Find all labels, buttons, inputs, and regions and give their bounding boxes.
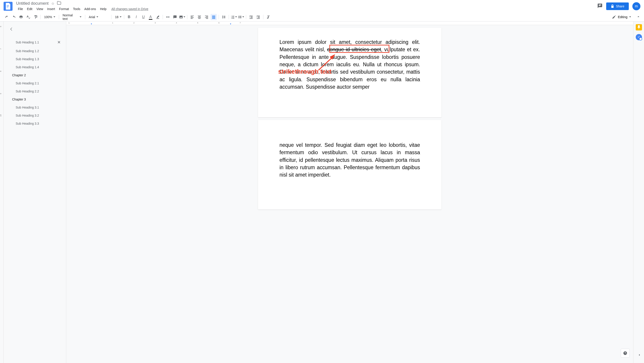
outline-item[interactable]: Sub Heading 1.1 ✕	[4, 38, 66, 47]
document-text[interactable]: Lorem ipsum dolor sit amet, consectetur …	[280, 38, 420, 91]
redo-button[interactable]	[11, 14, 17, 20]
explore-button[interactable]	[621, 349, 630, 358]
svg-rect-0	[7, 5, 9, 6]
link-button[interactable]	[165, 14, 171, 20]
svg-point-5	[238, 18, 239, 18]
svg-rect-1	[7, 6, 9, 6]
align-left-button[interactable]	[189, 14, 195, 20]
page[interactable]: neque vel tempor. Sed feugiat diam eget …	[258, 120, 442, 210]
svg-point-3	[238, 16, 239, 16]
menu-file[interactable]: File	[16, 6, 25, 12]
numbered-list-button[interactable]	[231, 14, 237, 20]
collapse-toolbar-button[interactable]	[636, 14, 640, 20]
menu-addons[interactable]: Add-ons	[82, 6, 98, 12]
outline-item[interactable]: Sub Heading 1.2	[4, 47, 66, 55]
italic-button[interactable]: I	[133, 14, 140, 20]
outline-item[interactable]: Sub Heading 3.1	[4, 104, 66, 112]
outline-item[interactable]: Chapter 2	[4, 71, 66, 79]
outline-item[interactable]: Sub Heading 2.1	[4, 79, 66, 87]
document-title[interactable]: Untitled document	[16, 1, 48, 6]
svg-rect-2	[7, 7, 8, 8]
horizontal-ruler[interactable]: 1 ▼ 1 2 3 4 5 6 ▼ 7	[66, 22, 633, 25]
outline-item[interactable]: Sub Heading 2.2	[4, 87, 66, 95]
clear-formatting-button[interactable]	[265, 14, 272, 20]
align-justify-button[interactable]	[210, 14, 217, 20]
highlight-button[interactable]	[154, 14, 161, 20]
menu-tools[interactable]: Tools	[71, 6, 82, 12]
undo-button[interactable]	[4, 14, 10, 20]
bulleted-list-button[interactable]	[238, 14, 244, 20]
save-status[interactable]: All changes saved in Drive	[112, 6, 148, 12]
line-spacing-button[interactable]	[221, 14, 227, 20]
tasks-icon[interactable]	[636, 34, 642, 40]
share-button[interactable]: Share	[606, 2, 629, 10]
page[interactable]: Lorem ipsum dolor sit amet, consectetur …	[258, 28, 442, 117]
spellcheck-button[interactable]	[25, 14, 31, 20]
outline-item[interactable]: Sub Heading 1.4	[4, 63, 66, 71]
insert-image-button[interactable]	[179, 14, 185, 20]
font-size-dropdown[interactable]: 18	[113, 14, 122, 20]
bold-button[interactable]: B	[126, 14, 132, 20]
align-right-button[interactable]	[204, 14, 210, 20]
outline-item[interactable]: Sub Heading 1.3	[4, 55, 66, 63]
outline-item[interactable]: Sub Heading 3.2	[4, 112, 66, 120]
add-comment-button[interactable]	[172, 14, 178, 20]
outline-item[interactable]: Chapter 3	[4, 95, 66, 104]
outline-panel: Sub Heading 1.1 ✕ Sub Heading 1.2 Sub He…	[4, 22, 66, 363]
style-dropdown[interactable]: Normal text	[61, 12, 83, 22]
keep-icon[interactable]	[636, 24, 642, 30]
menu-edit[interactable]: Edit	[25, 6, 34, 12]
menu-format[interactable]: Format	[57, 6, 71, 12]
menu-view[interactable]: View	[35, 6, 45, 12]
close-icon[interactable]: ✕	[57, 40, 61, 45]
svg-point-4	[238, 16, 239, 17]
strikethrough-text: congue id ultricies eget	[327, 46, 381, 52]
outline-item[interactable]: Sub Heading 3.3	[4, 120, 66, 128]
text-color-button[interactable]: A	[148, 14, 154, 20]
move-icon[interactable]	[57, 1, 61, 6]
editing-mode-dropdown[interactable]: Editing	[609, 14, 634, 20]
comments-icon[interactable]	[597, 3, 602, 10]
paint-format-button[interactable]	[32, 14, 38, 20]
lock-icon	[611, 4, 614, 8]
share-label: Share	[616, 4, 624, 8]
outline-back-button[interactable]	[4, 25, 66, 34]
vertical-ruler: 6 7 8 9 10	[0, 22, 4, 363]
underline-button[interactable]: U	[140, 14, 146, 20]
star-icon[interactable]: ☆	[51, 1, 54, 6]
increase-indent-button[interactable]	[255, 14, 261, 20]
align-center-button[interactable]	[196, 14, 202, 20]
document-text[interactable]: neque vel tempor. Sed feugiat diam eget …	[280, 142, 420, 179]
font-dropdown[interactable]: Arial	[87, 14, 110, 20]
print-button[interactable]	[18, 14, 24, 20]
docs-logo-icon[interactable]	[4, 2, 12, 11]
decrease-indent-button[interactable]	[248, 14, 254, 20]
right-sidebar	[633, 22, 644, 363]
zoom-dropdown[interactable]: 100%	[42, 14, 57, 20]
menu-insert[interactable]: Insert	[46, 6, 57, 12]
menu-help[interactable]: Help	[98, 6, 108, 12]
expand-sidebar-button[interactable]	[638, 353, 641, 358]
avatar[interactable]: m	[632, 2, 640, 10]
document-area[interactable]: 1 ▼ 1 2 3 4 5 6 ▼ 7 Lorem ipsum dolor si…	[66, 22, 633, 363]
pencil-icon	[612, 15, 616, 19]
